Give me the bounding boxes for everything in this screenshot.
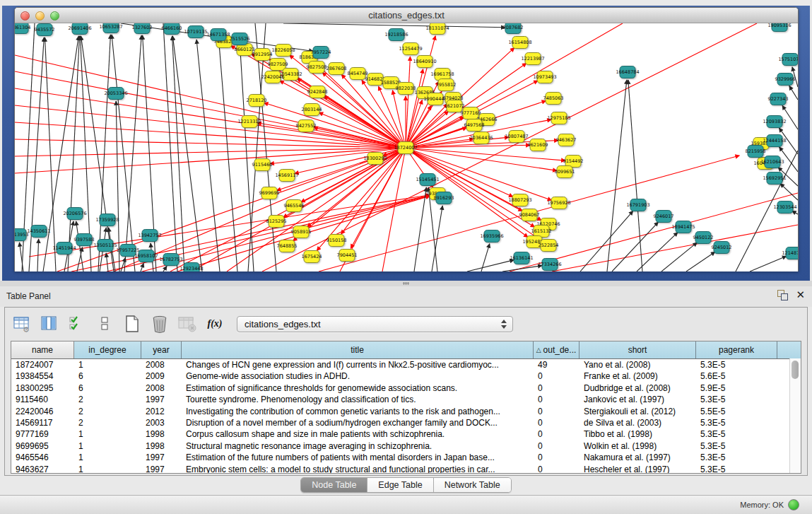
table-cell[interactable]: 2008 [141,382,182,394]
graph-node-9699695[interactable]: 9699695 [259,187,280,199]
table-cell[interactable]: 0 [534,452,579,463]
graph-edge[interactable] [607,80,627,271]
column-header-in_degree[interactable]: in_degree [74,341,141,358]
tab-network-table[interactable]: Network Table [433,478,511,492]
graph-node-9150158[interactable]: 9150158 [326,235,347,247]
table-cell[interactable]: Genome-wide association studies in ADHD. [182,370,534,382]
graph-edge[interactable] [106,253,108,271]
table-cell[interactable]: 0 [534,428,579,440]
float-panel-icon[interactable] [777,290,787,300]
table-cell[interactable]: 0 [534,417,579,428]
graph-node-7648855[interactable]: 7648855 [277,240,298,252]
graph-node-6466160[interactable]: 6466160 [162,23,182,35]
table-cell[interactable]: 22420046 [11,406,74,417]
row-height-icon[interactable] [95,314,114,334]
table-cell[interactable]: 0 [534,394,579,405]
table-cell[interactable]: 9115460 [11,394,74,405]
graph-node-16782753[interactable]: 16782753 [159,254,182,266]
table-cell[interactable]: 9777169 [11,428,74,440]
table-cell[interactable]: Embryonic stem cells: a model to study s… [182,464,534,474]
table-cell[interactable]: 9463627 [11,464,74,474]
graph-node-6497568[interactable]: 6497568 [464,119,485,132]
graph-edge[interactable] [789,86,798,100]
column-header-year[interactable]: year [141,341,182,358]
table-cell[interactable]: 0 [534,406,579,417]
table-cell[interactable]: 19384554 [11,370,74,382]
table-cell[interactable]: 18724007 [11,359,74,370]
graph-edge[interactable] [196,40,220,271]
graph-edge[interactable] [406,148,528,238]
citation-network-graph[interactable]: 1872400786601238912954182260589827509818… [15,23,798,271]
tab-edge-table[interactable]: Edge Table [367,478,433,492]
graph-node-9435572[interactable]: 9435572 [35,24,55,36]
graph-node-17359928[interactable]: 17359928 [95,214,119,226]
graph-node-2522854[interactable]: 2522854 [539,240,559,252]
graph-node-9227343[interactable]: 9227343 [768,93,789,105]
graph-node-17334266[interactable]: 17334266 [538,259,561,271]
graph-node-13505135[interactable]: 13505135 [93,240,117,252]
graph-node-2718120[interactable]: 2718120 [247,95,267,107]
graph-node-14350611[interactable]: 14350611 [27,226,50,238]
table-row[interactable]: 946554611997Estimation of the future num… [11,452,801,463]
graph-node-16154808[interactable]: 16154808 [508,37,531,49]
graph-node-1327602[interactable]: 1327602 [132,23,153,34]
graph-node-9154492[interactable]: 9154492 [563,156,584,168]
table-row[interactable]: 977716911998Corpus callosum shape and si… [11,428,801,440]
graph-edge[interactable] [406,69,423,148]
graph-node-16961758[interactable]: 16961758 [430,69,454,81]
graph-node-8099651[interactable]: 8099651 [555,166,575,178]
delete-table-icon[interactable] [150,314,170,334]
graph-node-8427552[interactable]: 8427552 [296,120,317,132]
graph-edge[interactable] [141,263,143,271]
graph-edge[interactable] [661,243,697,271]
graph-node-8215958[interactable]: 8215958 [746,146,766,158]
table-cell[interactable]: 5.3E-5 [696,464,777,474]
graph-node-9246017[interactable]: 9246017 [654,211,674,223]
graph-node-19095316[interactable]: 19095316 [767,23,791,32]
graph-node-11254479[interactable]: 11254479 [399,43,422,55]
table-cell[interactable]: 6 [74,370,141,382]
table-cell[interactable]: 2008 [141,359,182,370]
graph-edge[interactable] [686,252,715,271]
column-select-checklist-icon[interactable] [67,314,87,334]
graph-node-9115460[interactable]: 9115460 [252,159,273,171]
table-cell[interactable]: Disruption of a novel member of a sodium… [182,417,534,428]
column-header-title[interactable]: title [182,341,534,358]
table-cell[interactable]: Estimation of significance thresholds fo… [182,382,534,394]
table-row[interactable]: 969969511998Structural magnetic resonanc… [11,440,801,452]
table-cell[interactable]: Stergiakouli et al. (2012) [579,406,696,417]
graph-node-12213312[interactable]: 12213312 [237,116,261,128]
table-cell[interactable]: Estimation of the future numbers of pati… [182,452,534,463]
table-cell[interactable]: Investigating the contribution of common… [182,406,534,417]
table-settings-icon[interactable]: ⚙ [12,314,32,334]
table-cell[interactable]: 9699695 [11,440,74,452]
graph-edge[interactable] [219,42,237,271]
table-cell[interactable]: 5.3E-5 [696,394,777,405]
graph-node-15751074[interactable]: 15751074 [778,54,798,66]
graph-node-12975185[interactable]: 12975185 [547,112,570,124]
graph-node-9822038[interactable]: 9822038 [396,83,416,95]
memory-status-indicator[interactable] [788,499,799,510]
graph-node-1615132[interactable]: 1615132 [531,226,552,238]
graph-edge[interactable] [467,260,514,271]
graph-node-9242848[interactable]: 9242848 [307,86,328,98]
table-cell[interactable]: 2012 [141,406,182,417]
table-row[interactable]: 1938455462009Genome-wide association stu… [11,370,801,382]
graph-edge[interactable] [612,222,658,271]
graph-node-8916293[interactable]: 8916293 [434,192,454,204]
graph-node-9827508[interactable]: 9827508 [307,62,327,74]
table-cell[interactable]: 1 [74,428,141,440]
graph-node-18300295[interactable]: 18300295 [363,153,387,165]
table-cell[interactable]: 1 [74,452,141,463]
table-cell[interactable]: 2 [74,406,141,417]
table-vertical-scrollbar[interactable] [789,358,801,473]
graph-edge[interactable] [552,225,798,271]
graph-node-12213987[interactable]: 12213987 [521,53,544,65]
graph-node-9058915[interactable]: 9058915 [291,226,312,238]
graph-edge[interactable] [15,139,406,148]
table-row[interactable]: 946362711997Embryonic stem cells: a mode… [11,464,801,474]
graph-node-9450122[interactable]: 9450122 [693,232,714,244]
table-cell[interactable]: Structural magnetic resonance image aver… [182,440,534,452]
graph-edge[interactable] [172,36,202,271]
graph-edge[interactable] [15,88,406,148]
